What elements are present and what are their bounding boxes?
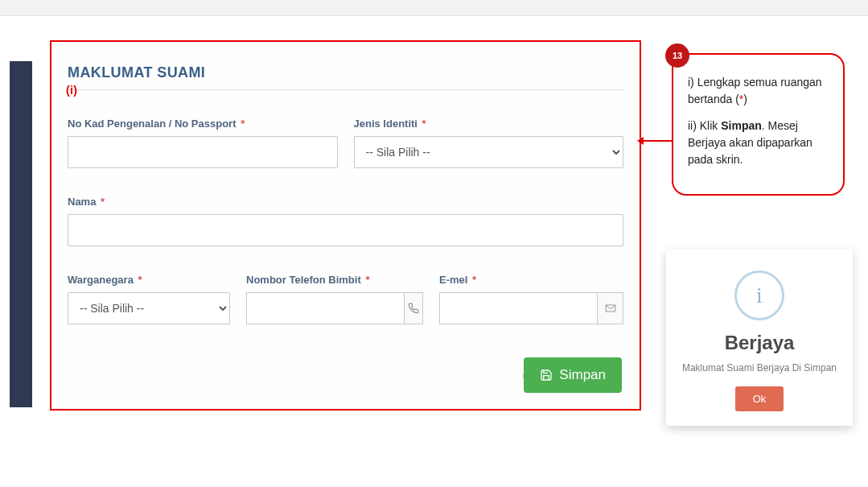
form-title-row: MAKLUMAT SUAMI (i) xyxy=(68,64,623,90)
modal-title: Berjaya xyxy=(676,332,843,354)
modal-ok-button[interactable]: Ok xyxy=(735,386,784,411)
phone-icon xyxy=(404,293,422,324)
required-asterisk: * xyxy=(365,274,369,286)
email-input[interactable] xyxy=(440,293,597,324)
email-input-group xyxy=(439,292,623,324)
ic-label: No Kad Pengenalan / No Passport * xyxy=(68,118,338,130)
nationality-label: Warganegara * xyxy=(68,274,230,286)
phone-input-group xyxy=(246,292,423,324)
callout-arrow xyxy=(642,140,673,142)
phone-label: Nombor Telefon Bimbit * xyxy=(246,274,423,286)
callout-line-1: i) Lengkap semua ruangan bertanda (*) xyxy=(688,74,832,108)
sidebar-strip xyxy=(10,61,32,407)
name-label: Nama * xyxy=(68,196,623,208)
top-border xyxy=(0,0,868,16)
required-asterisk: * xyxy=(138,274,142,286)
required-asterisk: * xyxy=(472,274,476,286)
success-modal: i Berjaya Maklumat Suami Berjaya Di Simp… xyxy=(666,250,853,426)
form-title: MAKLUMAT SUAMI xyxy=(68,64,205,80)
email-label: E-mel * xyxy=(439,274,623,286)
save-button-label: Simpan xyxy=(559,367,606,383)
info-icon: i xyxy=(734,270,784,320)
modal-message: Maklumat Suami Berjaya Di Simpan xyxy=(676,362,843,374)
form-panel: MAKLUMAT SUAMI (i) No Kad Pengenalan / N… xyxy=(50,40,641,411)
identity-type-select[interactable]: -- Sila Pilih -- xyxy=(354,136,624,168)
envelope-icon xyxy=(597,293,623,324)
save-button[interactable]: Simpan xyxy=(524,357,622,393)
required-asterisk: * xyxy=(241,118,245,130)
nationality-select[interactable]: -- Sila Pilih -- xyxy=(68,292,230,324)
name-input[interactable] xyxy=(68,214,623,246)
required-asterisk: * xyxy=(101,196,105,208)
step-badge: 13 xyxy=(665,43,689,68)
ic-input[interactable] xyxy=(68,136,338,168)
identity-type-label: Jenis Identiti * xyxy=(354,118,624,130)
phone-input[interactable] xyxy=(247,293,404,324)
required-asterisk: * xyxy=(422,118,426,130)
annotation-i: (i) xyxy=(66,84,77,97)
instruction-callout: 13 i) Lengkap semua ruangan bertanda (*)… xyxy=(672,53,845,196)
callout-line-2: ii) Klik Simpan. Mesej Berjaya akan dipa… xyxy=(688,118,832,168)
save-icon xyxy=(540,369,553,382)
